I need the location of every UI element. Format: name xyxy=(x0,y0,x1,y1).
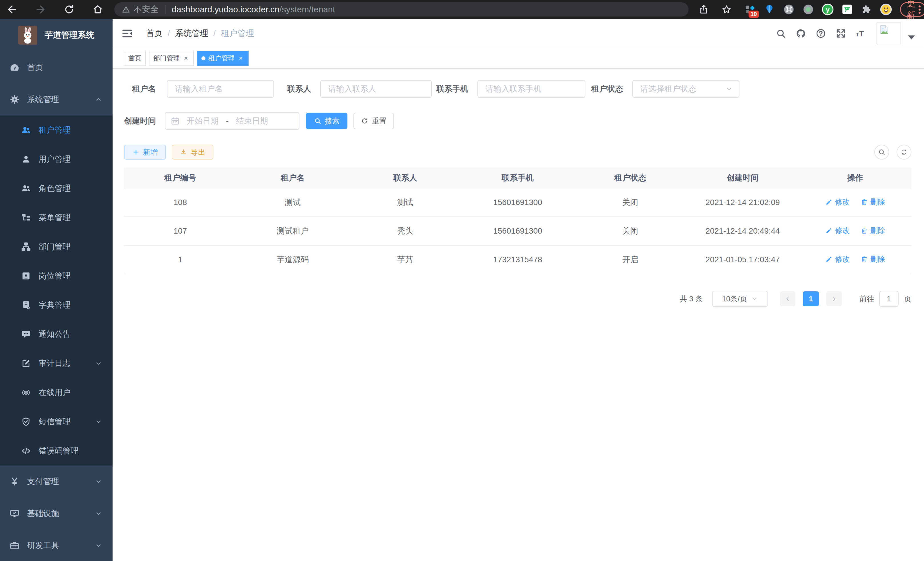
browser-menu-kebab-icon[interactable] xyxy=(919,4,921,15)
browser-update-button[interactable]: 更新 xyxy=(900,2,924,17)
mobile-input[interactable] xyxy=(477,80,585,98)
tab-close-icon[interactable] xyxy=(237,54,244,62)
export-button[interactable]: 导出 xyxy=(172,145,213,159)
sidebar-item-user[interactable]: 用户管理 xyxy=(0,145,112,174)
search-button[interactable]: 搜索 xyxy=(306,113,347,129)
delete-link[interactable]: 删除 xyxy=(861,254,885,264)
security-label[interactable]: 不安全 xyxy=(134,4,159,15)
table-row: 1 芋道源码 芋艿 17321315478 开启 2021-01-05 17:0… xyxy=(124,245,911,274)
sidebar-item-dev-tools[interactable]: 研发工具 xyxy=(0,529,112,561)
sidebar-item-infrastructure[interactable]: 基础设施 xyxy=(0,498,112,529)
contact-input[interactable] xyxy=(320,80,432,98)
end-date-input[interactable] xyxy=(229,116,275,126)
header-search-icon[interactable] xyxy=(776,28,786,39)
update-label: 更新 xyxy=(907,0,915,21)
sidebar-logo-row[interactable]: 芋道管理系统 xyxy=(0,19,112,51)
sidebar-item-error-code[interactable]: 错误码管理 xyxy=(0,436,112,465)
broken-image-icon xyxy=(878,24,890,35)
extension-balloon-icon[interactable] xyxy=(763,3,776,16)
sidebar-item-online-user[interactable]: 在线用户 xyxy=(0,378,112,407)
sidebar-item-home[interactable]: 首页 xyxy=(0,51,112,83)
browser-home-icon[interactable] xyxy=(92,3,104,16)
col-tenant-name: 租户名 xyxy=(237,168,349,188)
start-date-input[interactable] xyxy=(180,116,225,126)
edit-log-icon xyxy=(21,358,31,368)
edit-link[interactable]: 修改 xyxy=(825,197,850,207)
extension-diamond-icon[interactable]: 10 xyxy=(743,3,757,16)
pen-icon xyxy=(825,199,832,206)
prev-page-button[interactable] xyxy=(780,291,795,306)
user-icon xyxy=(21,154,31,164)
sidebar-item-sms[interactable]: 短信管理 xyxy=(0,407,112,436)
create-time-range-picker[interactable]: - xyxy=(165,112,299,130)
delete-link[interactable]: 删除 xyxy=(861,197,885,207)
org-tree-icon xyxy=(21,242,31,252)
user-avatar[interactable] xyxy=(877,23,901,44)
github-icon[interactable] xyxy=(795,28,806,39)
page-size-select[interactable]: 10条/页 xyxy=(712,291,768,307)
breadcrumb-section[interactable]: 系统管理 xyxy=(175,28,208,39)
avatar-caret-icon[interactable] xyxy=(908,35,915,39)
sidebar-item-role[interactable]: 角色管理 xyxy=(0,174,112,203)
tab-close-icon[interactable] xyxy=(183,54,189,62)
status-select[interactable]: 请选择租户状态 xyxy=(632,80,740,98)
fullscreen-icon[interactable] xyxy=(836,28,846,39)
next-page-button[interactable] xyxy=(826,291,842,306)
extensions-puzzle-icon[interactable] xyxy=(860,3,873,16)
browser-forward-icon[interactable] xyxy=(34,3,47,16)
share-icon[interactable] xyxy=(697,3,710,16)
sidebar-item-tenant[interactable]: 租户管理 xyxy=(0,116,112,145)
sidebar-item-label: 在线用户 xyxy=(39,387,70,398)
refresh-table-icon[interactable] xyxy=(897,145,911,159)
chevron-down-icon xyxy=(95,542,102,549)
pagination-total: 共 3 条 xyxy=(680,294,703,304)
sidebar-item-dept[interactable]: 部门管理 xyxy=(0,232,112,261)
sidebar-item-label: 研发工具 xyxy=(27,540,59,551)
help-icon[interactable] xyxy=(815,28,826,39)
browser-reload-icon[interactable] xyxy=(63,3,75,16)
add-button[interactable]: 新增 xyxy=(124,145,166,159)
tab-tenant[interactable]: 租户管理 xyxy=(197,51,249,66)
sidebar-item-post[interactable]: 岗位管理 xyxy=(0,261,112,290)
code-icon xyxy=(21,446,31,456)
download-icon xyxy=(180,148,187,156)
profile-avatar-icon[interactable] xyxy=(879,3,892,16)
sidebar-item-system[interactable]: 系统管理 xyxy=(0,83,112,116)
goto-page-input[interactable] xyxy=(879,291,898,307)
browser-toolbar: 不安全 dashboard.yudao.iocoder.cn /system/t… xyxy=(0,0,924,19)
sidebar-item-payment[interactable]: 支付管理 xyxy=(0,465,112,498)
tab-dept[interactable]: 部门管理 xyxy=(149,51,194,66)
address-bar[interactable]: 不安全 dashboard.yudao.iocoder.cn /system/t… xyxy=(114,2,688,17)
extension-chat-icon[interactable] xyxy=(841,3,854,16)
breadcrumb-home[interactable]: 首页 xyxy=(146,28,163,39)
tab-home[interactable]: 首页 xyxy=(124,51,146,66)
sidebar-item-label: 错误码管理 xyxy=(39,445,79,456)
sidebar-item-audit-log[interactable]: 审计日志 xyxy=(0,349,112,378)
sidebar-item-menu[interactable]: 菜单管理 xyxy=(0,203,112,232)
goto-label: 前往 xyxy=(860,294,874,304)
sidebar-item-dict[interactable]: 字典管理 xyxy=(0,290,112,320)
tab-label: 首页 xyxy=(128,54,141,63)
extension-command-icon[interactable] xyxy=(782,3,795,16)
sidebar-item-notice[interactable]: 通知公告 xyxy=(0,320,112,349)
edit-link[interactable]: 修改 xyxy=(825,254,850,264)
url-divider xyxy=(165,5,165,14)
delete-link[interactable]: 删除 xyxy=(861,226,885,236)
edit-link[interactable]: 修改 xyxy=(825,226,850,236)
bookmark-star-icon[interactable] xyxy=(720,3,733,16)
extension-y-icon[interactable]: y xyxy=(821,3,834,16)
extension-record-icon[interactable] xyxy=(802,3,815,16)
tenant-name-input[interactable] xyxy=(167,80,274,98)
col-status: 租户状态 xyxy=(574,168,687,188)
sidebar-toggle-icon[interactable] xyxy=(122,28,133,39)
trash-icon xyxy=(861,256,868,263)
browser-back-icon[interactable] xyxy=(6,3,18,16)
toggle-search-icon[interactable] xyxy=(874,145,889,159)
main-area: 首页 / 系统管理 / 租户管理 TT xyxy=(112,19,924,561)
font-size-icon[interactable]: TT xyxy=(855,28,866,39)
mobile-label: 联系手机 xyxy=(436,83,468,94)
page-1-button[interactable]: 1 xyxy=(803,291,819,306)
sidebar-item-label: 角色管理 xyxy=(39,183,70,194)
trash-icon xyxy=(861,227,868,235)
reset-button[interactable]: 重置 xyxy=(353,113,394,129)
